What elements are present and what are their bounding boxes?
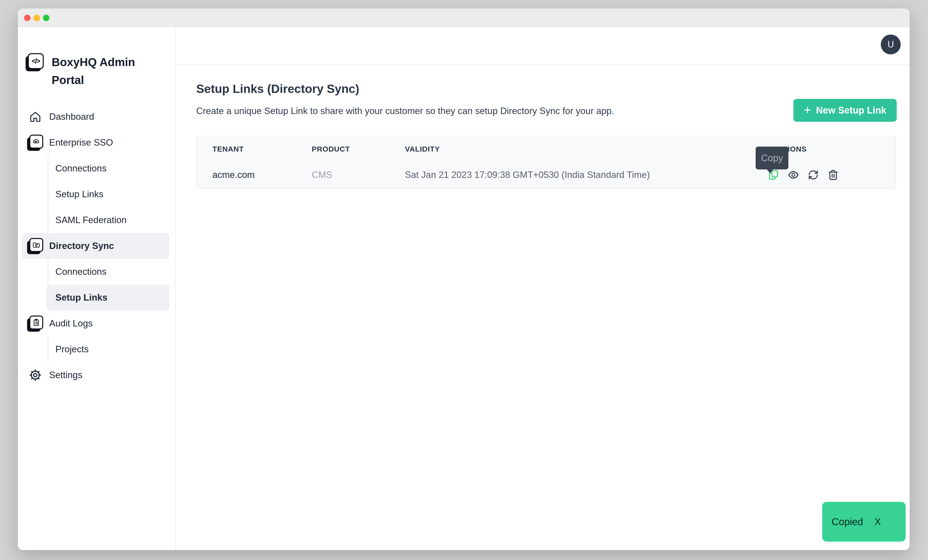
- sidebar-item-dsync-connections[interactable]: Connections: [49, 259, 169, 285]
- eye-icon[interactable]: [788, 169, 799, 181]
- table-row: acme.com CMS Sat Jan 21 2023 17:09:38 GM…: [197, 162, 896, 188]
- boxyhq-logo-icon: </>: [28, 53, 44, 69]
- brand[interactable]: </> BoxyHQ Admin Portal: [28, 53, 136, 89]
- sidebar: </> BoxyHQ Admin Portal Dashboard: [18, 27, 176, 550]
- brand-title: BoxyHQ Admin Portal: [52, 53, 136, 89]
- table-header-row: TENANT PRODUCT VALIDITY ACTIONS: [197, 136, 896, 162]
- column-header-product: PRODUCT: [312, 145, 405, 153]
- close-icon[interactable]: X: [875, 517, 881, 527]
- copy-tooltip: Copy: [756, 146, 788, 169]
- app-window: </> BoxyHQ Admin Portal Dashboard: [18, 8, 910, 550]
- toast-message: Copied: [832, 516, 863, 528]
- sidebar-item-settings[interactable]: Settings: [22, 362, 169, 388]
- directory-sync-icon: [27, 238, 43, 254]
- close-window-button[interactable]: [24, 15, 31, 21]
- validity-cell: Sat Jan 21 2023 17:09:38 GMT+0530 (India…: [405, 170, 772, 180]
- new-setup-link-button[interactable]: + New Setup Link: [794, 99, 897, 122]
- actions-cell: [768, 169, 896, 181]
- sidebar-nav: Dashboard Enterprise SSO: [22, 104, 169, 388]
- enterprise-sso-icon: [27, 135, 43, 151]
- home-icon: [27, 110, 43, 123]
- sidebar-item-dashboard[interactable]: Dashboard: [22, 104, 169, 130]
- product-cell: CMS: [312, 170, 405, 180]
- sidebar-item-label: Directory Sync: [49, 241, 114, 251]
- delete-icon[interactable]: [827, 169, 839, 181]
- sidebar-subgroup-directory-sync: Connections Setup Links: [48, 259, 169, 311]
- sidebar-subgroup-audit-logs: Projects: [48, 336, 169, 362]
- plus-icon: +: [804, 104, 811, 116]
- sidebar-item-label: Enterprise SSO: [49, 137, 113, 148]
- sidebar-item-directory-sync[interactable]: Directory Sync: [22, 233, 169, 259]
- audit-logs-icon: [27, 316, 43, 331]
- top-header: U: [176, 27, 910, 65]
- column-header-actions: ACTIONS: [772, 145, 896, 153]
- column-header-validity: VALIDITY: [405, 145, 772, 153]
- sidebar-item-saml-federation[interactable]: SAML Federation: [49, 207, 169, 233]
- regenerate-icon[interactable]: [807, 169, 819, 181]
- copy-tooltip-label: Copy: [761, 153, 783, 163]
- sidebar-item-enterprise-sso[interactable]: Enterprise SSO: [22, 130, 169, 156]
- page-title: Setup Links (Directory Sync): [196, 82, 359, 96]
- sidebar-item-sso-connections[interactable]: Connections: [49, 156, 169, 182]
- page-description: Create a unique Setup Link to share with…: [196, 106, 614, 116]
- minimize-window-button[interactable]: [34, 15, 40, 21]
- sidebar-item-dsync-setup-links[interactable]: Setup Links: [46, 285, 169, 311]
- avatar[interactable]: U: [881, 35, 901, 54]
- sidebar-item-label: Settings: [49, 370, 82, 380]
- column-header-tenant: TENANT: [212, 145, 312, 153]
- tenant-cell: acme.com: [212, 170, 312, 180]
- sidebar-item-audit-logs[interactable]: Audit Logs: [22, 311, 169, 336]
- new-setup-link-label: New Setup Link: [816, 105, 886, 116]
- sidebar-item-sso-setup-links[interactable]: Setup Links: [49, 182, 169, 207]
- setup-links-table: TENANT PRODUCT VALIDITY ACTIONS acme.com…: [196, 136, 896, 189]
- sidebar-item-label: Audit Logs: [49, 318, 93, 329]
- sidebar-item-projects[interactable]: Projects: [49, 336, 169, 362]
- window-titlebar: [18, 8, 910, 27]
- copied-toast: Copied X: [822, 502, 906, 542]
- sidebar-item-label: Dashboard: [49, 111, 94, 122]
- sidebar-subgroup-enterprise-sso: Connections Setup Links SAML Federation: [48, 156, 169, 233]
- maximize-window-button[interactable]: [43, 15, 49, 21]
- settings-gear-icon: [27, 368, 43, 382]
